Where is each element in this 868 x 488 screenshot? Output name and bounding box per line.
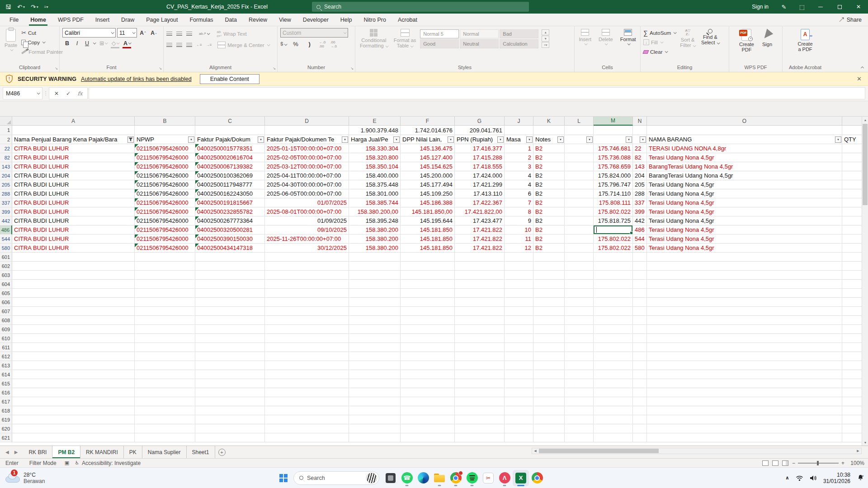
empty-cell[interactable] (349, 361, 401, 370)
empty-cell[interactable] (455, 298, 505, 307)
cell-L-442[interactable] (565, 216, 594, 225)
alignment-dialog-launcher[interactable]: ↘ (273, 66, 276, 70)
cell-D-82[interactable]: 2025-02-05T00:00:00+07:00 (265, 153, 349, 162)
row-number-544[interactable]: 544 (0, 235, 12, 244)
cell-J-143[interactable]: 3 (505, 162, 533, 171)
empty-cell[interactable] (135, 388, 195, 397)
empty-cell[interactable] (349, 388, 401, 397)
empty-cell[interactable] (633, 352, 647, 361)
row-number-618[interactable]: 618 (0, 406, 12, 415)
decrease-decimal-icon[interactable]: .00→.0 (330, 40, 337, 48)
empty-cell[interactable] (594, 343, 633, 352)
empty-cell[interactable] (647, 289, 842, 298)
empty-cell[interactable] (265, 325, 349, 334)
cell-G-442[interactable]: 17.423.477 (455, 216, 505, 225)
cell-B-486[interactable]: 0211506795426000 (135, 225, 195, 235)
row-number-143[interactable]: 143 (0, 162, 12, 171)
total-cell-N[interactable] (633, 126, 647, 135)
wps-create-pdf-button[interactable]: PDF+ CreatePDF (737, 28, 756, 53)
empty-cell[interactable] (533, 298, 565, 307)
total-cell-L[interactable] (565, 126, 594, 135)
empty-cell[interactable] (12, 388, 135, 397)
decrease-indent-icon[interactable]: ←≡ (196, 43, 202, 47)
cell-C-82[interactable]: 04002500020616704 (195, 153, 265, 162)
row-number-486[interactable]: 486 (0, 225, 12, 235)
empty-cell[interactable] (505, 433, 533, 442)
empty-cell[interactable] (195, 289, 265, 298)
cell-A-544[interactable]: CITRA BUDI LUHUR (12, 235, 135, 244)
zoom-out-icon[interactable]: − (792, 460, 795, 466)
empty-cell[interactable] (12, 379, 135, 388)
cell-G-544[interactable]: 17.421.822 (455, 235, 505, 244)
total-cell-E[interactable]: 1.900.379.448 (349, 126, 401, 135)
cell-E-544[interactable]: 158.380.200 (349, 235, 401, 244)
cell-J-337[interactable]: 7 (505, 198, 533, 207)
empty-cell[interactable] (135, 406, 195, 415)
empty-cell[interactable] (135, 379, 195, 388)
cell-L-580[interactable] (565, 244, 594, 253)
format-painter-button[interactable]: Format Painter (21, 47, 63, 56)
cell-J-486[interactable]: 10 (505, 225, 533, 235)
row-number-621[interactable]: 621 (0, 433, 12, 442)
empty-cell[interactable] (12, 370, 135, 379)
cell-A-486[interactable]: CITRA BUDI LUHUR (12, 225, 135, 235)
empty-cell[interactable] (265, 424, 349, 433)
cell-M-143[interactable]: 175.768.659 (594, 162, 633, 171)
cell-K-143[interactable]: B2 (533, 162, 565, 171)
align-right-icon[interactable] (186, 43, 192, 47)
empty-cell[interactable] (195, 433, 265, 442)
empty-cell[interactable] (594, 307, 633, 316)
column-header-A[interactable]: A (12, 117, 135, 126)
empty-cell[interactable] (647, 253, 842, 262)
empty-cell[interactable] (349, 352, 401, 361)
empty-cell[interactable] (455, 370, 505, 379)
cell-D-205[interactable]: 2025-04-30T00:00:00+07:00 (265, 180, 349, 189)
empty-cell[interactable] (265, 316, 349, 325)
empty-cell[interactable] (195, 415, 265, 424)
align-center-icon[interactable] (176, 43, 182, 47)
column-header-N[interactable]: N (633, 117, 647, 126)
empty-cell[interactable] (195, 406, 265, 415)
taskbar-icon-red-a-app[interactable]: Λ (496, 470, 513, 486)
empty-cell[interactable] (594, 397, 633, 406)
empty-cell[interactable] (12, 334, 135, 343)
empty-cell[interactable] (533, 307, 565, 316)
empty-cell[interactable] (505, 415, 533, 424)
cell-O-442[interactable]: Terasi Udang Nona 4,5gr (647, 216, 842, 225)
empty-cell[interactable] (565, 253, 594, 262)
ribbon-tab-wps-pdf[interactable]: WPS PDF (52, 14, 90, 26)
cell-D-337[interactable]: 01/07/2025 (265, 198, 349, 207)
cell-K-399[interactable]: B2 (533, 207, 565, 216)
ribbon-tab-draw[interactable]: Draw (115, 14, 140, 26)
empty-cell[interactable] (455, 262, 505, 271)
empty-cell[interactable] (565, 271, 594, 280)
field-header-L[interactable]: ▾ (565, 135, 594, 144)
filter-button-N[interactable]: ▾ (640, 136, 646, 143)
empty-cell[interactable] (533, 280, 565, 289)
cell-E-22[interactable]: 158.330.304 (349, 144, 401, 153)
empty-cell[interactable] (533, 415, 565, 424)
empty-cell[interactable] (505, 424, 533, 433)
cell-K-544[interactable]: B2 (533, 235, 565, 244)
empty-cell[interactable] (633, 415, 647, 424)
empty-cell[interactable] (135, 352, 195, 361)
empty-cell[interactable] (647, 316, 842, 325)
style-neutral[interactable]: Neutral (460, 39, 499, 48)
cell-O-143[interactable]: BarangTerasi Udang Nona 4,5gr (647, 162, 842, 171)
empty-cell[interactable] (401, 415, 455, 424)
cell-M-82[interactable]: 175.736.088 (594, 153, 633, 162)
empty-cell[interactable] (455, 424, 505, 433)
empty-cell[interactable] (135, 397, 195, 406)
filter-button-L[interactable]: ▾ (586, 136, 593, 143)
cell-J-204[interactable]: 4 (505, 171, 533, 180)
empty-cell[interactable] (533, 406, 565, 415)
empty-cell[interactable] (533, 271, 565, 280)
empty-cell[interactable] (565, 379, 594, 388)
cell-B-337[interactable]: 0211506795426000 (135, 198, 195, 207)
empty-cell[interactable] (505, 352, 533, 361)
ribbon-tab-insert[interactable]: Insert (90, 14, 115, 26)
cell-N-544[interactable]: 544 (633, 235, 647, 244)
row-number-601[interactable]: 601 (0, 253, 12, 262)
empty-cell[interactable] (565, 334, 594, 343)
empty-cell[interactable] (565, 307, 594, 316)
